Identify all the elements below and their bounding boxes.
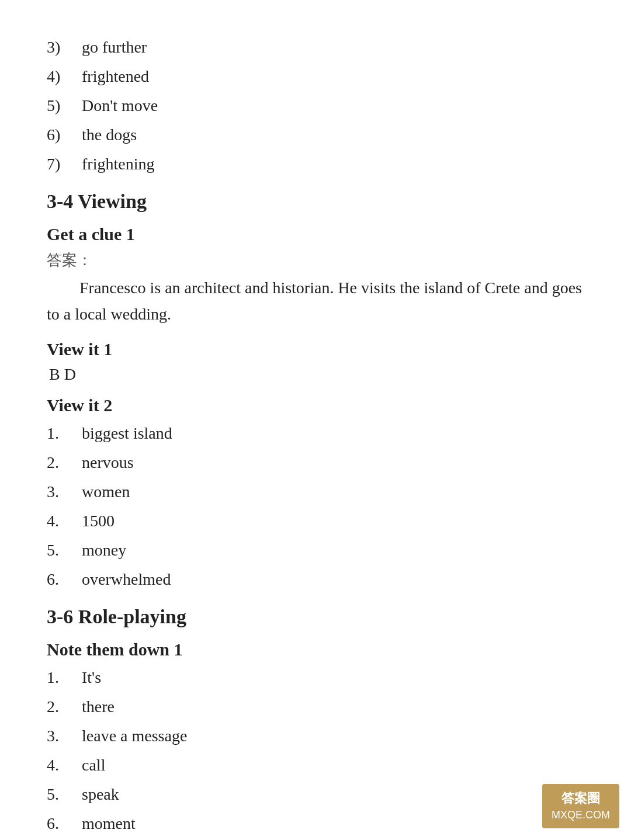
item-num: 3) (47, 35, 82, 60)
note-them-down-list: 1. It's 2. there 3. leave a message 4. c… (47, 665, 584, 840)
item-text: women (82, 480, 130, 504)
item-num: 4. (47, 753, 82, 777)
get-a-clue-heading: Get a clue 1 (47, 224, 584, 244)
view-it-1-heading: View it 1 (47, 339, 584, 359)
top-list: 3) go further 4) frightened 5) Don't mov… (47, 35, 584, 176)
item-num: 4. (47, 509, 82, 533)
item-num: 2. (47, 450, 82, 475)
item-num: 6. (47, 567, 82, 592)
item-text: frightened (82, 64, 149, 89)
view-it-1-answer: B D (49, 365, 584, 384)
item-num: 3. (47, 724, 82, 748)
item-text: go further (82, 35, 147, 60)
note-item-5: 5. speak (47, 782, 584, 807)
view-it-2-list: 1. biggest island 2. nervous 3. women 4.… (47, 421, 584, 592)
item-num: 5) (47, 93, 82, 118)
view2-item-4: 4. 1500 (47, 509, 584, 533)
item-text: call (82, 753, 105, 777)
item-num: 5. (47, 782, 82, 807)
item-text: moment (82, 811, 136, 836)
item-num: 6. (47, 811, 82, 836)
list-item-6: 6) the dogs (47, 123, 584, 147)
view2-item-3: 3. women (47, 480, 584, 504)
view2-item-2: 2. nervous (47, 450, 584, 475)
item-text: there (82, 695, 115, 719)
note-item-2: 2. there (47, 695, 584, 719)
item-num: 5. (47, 538, 82, 563)
watermark-line2: MXQE.COM (552, 808, 610, 822)
get-a-clue-paragraph: Francesco is an architect and historian.… (47, 275, 584, 328)
note-item-1: 1. It's (47, 665, 584, 690)
item-num: 1. (47, 665, 82, 690)
item-num: 6) (47, 123, 82, 147)
item-num: 4) (47, 64, 82, 89)
view2-item-6: 6. overwhelmed (47, 567, 584, 592)
view2-item-1: 1. biggest island (47, 421, 584, 446)
note-item-3: 3. leave a message (47, 724, 584, 748)
item-num: 3. (47, 480, 82, 504)
item-text: speak (82, 782, 119, 807)
list-item-7: 7) frightening (47, 152, 584, 176)
item-text: It's (82, 665, 101, 690)
list-item-5: 5) Don't move (47, 93, 584, 118)
item-text: 1500 (82, 509, 115, 533)
view2-item-5: 5. money (47, 538, 584, 563)
note-them-down-heading: Note them down 1 (47, 640, 584, 659)
item-num: 1. (47, 421, 82, 446)
list-item-3: 3) go further (47, 35, 584, 60)
note-item-4: 4. call (47, 753, 584, 777)
note-item-6: 6. moment (47, 811, 584, 836)
section-viewing-heading: 3-4 Viewing (47, 190, 584, 213)
item-text: biggest island (82, 421, 172, 446)
item-text: nervous (82, 450, 134, 475)
item-text: leave a message (82, 724, 187, 748)
item-text: Don't move (82, 93, 158, 118)
view-it-2-heading: View it 2 (47, 395, 584, 415)
item-text: frightening (82, 152, 154, 176)
item-text: money (82, 538, 126, 563)
item-num: 7) (47, 152, 82, 176)
item-text: the dogs (82, 123, 137, 147)
list-item-4: 4) frightened (47, 64, 584, 89)
watermark-line1: 答案圈 (552, 790, 610, 808)
watermark: 答案圈 MXQE.COM (542, 784, 619, 828)
section-roleplaying-heading: 3-6 Role-playing (47, 606, 584, 628)
item-text: overwhelmed (82, 567, 171, 592)
item-num: 2. (47, 695, 82, 719)
chinese-answer-label: 答案： (47, 250, 584, 270)
